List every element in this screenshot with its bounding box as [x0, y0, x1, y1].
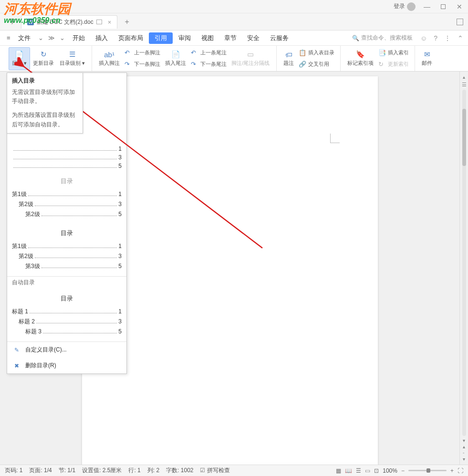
next-endnote-button[interactable]: ↷下一条尾注 [191, 59, 227, 70]
endnote-icon: 📄 [171, 50, 180, 59]
menu-start[interactable]: 开始 [68, 32, 90, 44]
menu-dots-icon[interactable]: ⋮ [444, 34, 451, 42]
custom-toc-item[interactable]: ✎ 自定义目录(C)... [7, 342, 126, 358]
status-col[interactable]: 列: 2 [147, 466, 159, 475]
cross-ref-button[interactable]: 🔗交叉引用 [299, 59, 334, 70]
hamburger-icon[interactable]: ≡ [5, 33, 12, 43]
help-icon[interactable]: ? [434, 34, 437, 42]
status-spell[interactable]: ☑ 拼写检查 [200, 466, 229, 475]
view-focus-icon[interactable]: ⊡ [374, 467, 379, 474]
view-read-icon[interactable]: 📖 [345, 467, 352, 474]
menu-review[interactable]: 审阅 [174, 32, 196, 44]
add-tab-button[interactable]: + [121, 16, 133, 28]
caption-icon: 🏷 [284, 50, 293, 59]
page-up-icon[interactable]: ▴ [463, 444, 465, 449]
status-chars[interactable]: 字数: 1002 [166, 466, 193, 475]
menu-chevron-icon[interactable]: ⌄ [58, 33, 67, 43]
more-icon[interactable]: ≫ [46, 33, 57, 43]
zoom-slider[interactable] [408, 470, 447, 471]
window-layout-icon[interactable] [457, 19, 463, 25]
dropdown-chevron-icon[interactable]: ⌄ [36, 33, 45, 43]
status-section[interactable]: 节: 1/1 [59, 466, 75, 475]
prev-footnote-button[interactable]: ↶上一条脚注 [125, 48, 160, 58]
smile-icon[interactable]: ☺ [420, 34, 427, 42]
scroll-track[interactable] [462, 90, 466, 436]
scroll-down-icon[interactable]: ▾ [463, 438, 465, 443]
menu-view[interactable]: 视图 [197, 32, 218, 44]
close-tab-icon[interactable]: × [108, 19, 112, 26]
status-row[interactable]: 行: 1 [128, 466, 140, 475]
scroll-thumb[interactable] [462, 109, 466, 166]
caption-button[interactable]: 🏷 题注 [281, 47, 297, 70]
next-footnote-button[interactable]: ↷下一条脚注 [125, 59, 160, 70]
doc-tab-prev[interactable]: 字 [4, 15, 21, 29]
prev-endnote-button[interactable]: ↶上一条尾注 [191, 48, 227, 58]
zoom-value[interactable]: 100% [383, 467, 397, 474]
menu-reference[interactable]: 引用 [149, 32, 173, 44]
status-page[interactable]: 页面: 1/4 [29, 466, 52, 475]
float-window-icon[interactable] [96, 20, 102, 24]
menu-security[interactable]: 安全 [242, 32, 264, 44]
login-button[interactable]: 登录 [394, 2, 416, 11]
insert-endnote-button[interactable]: 📄 插入尾注 [162, 47, 189, 70]
prev-icon: ↶ [191, 49, 198, 56]
main-menu: ≡ 文件 ⌄ ≫ ⌄ 开始 插入 页面布局 引用 审阅 视图 章节 安全 云服务… [0, 31, 468, 46]
menu-section[interactable]: 章节 [219, 32, 241, 44]
status-pageno[interactable]: 页码: 1 [5, 466, 22, 475]
mail-button[interactable]: ✉ 邮件 [419, 47, 435, 70]
collapse-ribbon-icon[interactable]: ⌃ [458, 34, 463, 42]
toc-button[interactable]: 📄 目录 ▾ [9, 47, 30, 70]
vertical-scrollbar[interactable]: ▴ ☰ ▾ ▴ ◦ ▾ [459, 72, 468, 465]
close-button[interactable]: ✕ [455, 2, 464, 11]
toc-preset-3[interactable]: 目录 第1级1 第2级3 第3级5 [7, 224, 126, 276]
object-browser-icon[interactable]: ◦ [463, 450, 465, 455]
check-icon: ☑ [200, 467, 205, 474]
doc-tab-active[interactable]: W 新建 DOC 文档(2).doc × [21, 15, 117, 29]
toc-preset-auto[interactable]: 目录 标题 11 标题 23 标题 35 [7, 290, 126, 341]
footnote-icon: ab¹ [105, 50, 114, 59]
auto-toc-label: 自动目录 [7, 277, 126, 290]
menu-pagelayout[interactable]: 页面布局 [114, 32, 148, 44]
refresh-icon: ↻ [378, 61, 386, 68]
insert-index-button[interactable]: 📑插入索引 [378, 48, 409, 58]
separator-icon: ▭ [246, 50, 255, 59]
avatar-icon [407, 2, 416, 11]
mail-icon: ✉ [423, 50, 431, 59]
page-down-icon[interactable]: ▾ [463, 456, 465, 462]
toc-level-button[interactable]: ☰ 目录级别 ▾ [57, 47, 88, 70]
menu-insert[interactable]: 插入 [91, 32, 113, 44]
view-web-icon[interactable]: ▭ [365, 467, 370, 474]
word-doc-icon: W [27, 19, 34, 25]
file-menu[interactable]: 文件 [13, 32, 35, 44]
refresh-icon: ↻ [39, 50, 48, 59]
edit-icon: ✎ [13, 347, 21, 353]
fullscreen-icon[interactable]: ⛶ [458, 467, 463, 474]
next-icon: ↷ [191, 61, 198, 68]
delete-icon: ✖ [13, 362, 21, 369]
minimize-button[interactable]: ― [422, 2, 432, 11]
view-outline-icon[interactable]: ☰ [356, 467, 361, 474]
search-box[interactable]: 🔍 查找命令、搜索模板 [352, 34, 413, 42]
fn-separator-button[interactable]: ▭ 脚注/尾注分隔线 [229, 47, 272, 70]
mark-index-button[interactable]: 🔖 标记索引项 [344, 47, 376, 70]
toc-preset-2[interactable]: 目录 第1级1 第2级3 第2级5 [7, 175, 126, 224]
nav-pane-icon[interactable]: ☰ [462, 82, 467, 88]
window-titlebar: 登录 ― ✕ [0, 0, 468, 13]
next-icon: ↷ [125, 61, 132, 68]
scroll-up-icon[interactable]: ▴ [463, 74, 465, 80]
view-print-icon[interactable]: ▦ [336, 467, 341, 474]
status-setval[interactable]: 设置值: 2.5厘米 [82, 466, 122, 475]
delete-toc-item[interactable]: ✖ 删除目录(R) [7, 358, 126, 373]
update-index-button[interactable]: ↻更新索引 [378, 59, 409, 70]
insert-fig-toc-button[interactable]: 📋插入表目录 [299, 48, 334, 58]
page-corner-mark [330, 134, 340, 143]
toc-tooltip: 插入目录 无需设置目录级别可添加手动目录。 为所选段落设置目录级别后可添加自动目… [7, 72, 83, 134]
zoom-out-icon[interactable]: − [401, 467, 405, 474]
maximize-button[interactable] [438, 2, 448, 11]
levels-icon: ☰ [68, 50, 77, 59]
insert-footnote-button[interactable]: ab¹ 插入脚注 [96, 47, 123, 70]
list-icon: 📋 [299, 49, 306, 56]
zoom-in-icon[interactable]: + [450, 467, 454, 474]
menu-cloud[interactable]: 云服务 [265, 32, 293, 44]
update-toc-button[interactable]: ↻ 更新目录 [30, 47, 57, 70]
